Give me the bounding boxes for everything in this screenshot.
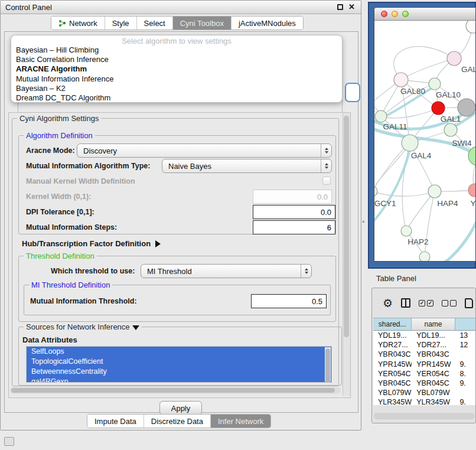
table-row[interactable]: YBR045CYBR045C9. (373, 379, 476, 388)
network-window-titlebar[interactable] (374, 8, 475, 21)
network-view-frame: GALGAL80GAL10GAL1GAL11SWI4GAL4GCY1HAP4YH… (368, 2, 476, 269)
network-node[interactable] (419, 252, 430, 262)
mi-type-combo[interactable]: Naive Bayes (162, 159, 332, 173)
tab-impute-data[interactable]: Impute Data (87, 415, 144, 428)
tab-network[interactable]: Network (51, 17, 105, 30)
network-node-gal80[interactable] (394, 73, 408, 87)
control-panel-content: gal-filtered sif default node Cyni Algor… (4, 31, 358, 413)
list-scrollbar[interactable] (325, 347, 331, 381)
horizontal-scrollbar[interactable] (10, 387, 341, 394)
close-icon[interactable]: ✕ (348, 2, 355, 11)
algo-option-aracne-algorithm[interactable]: ARACNE Algorithm (11, 64, 342, 74)
panel-grip-icon[interactable] (4, 437, 14, 446)
table-cell: YPR145W (373, 360, 412, 369)
network-node-label: GAL80 (400, 87, 425, 96)
apply-button[interactable]: Apply (159, 401, 202, 415)
network-node-y[interactable] (468, 184, 475, 197)
table-cell: YBR043C (373, 350, 412, 359)
column-header-name[interactable]: name (412, 318, 455, 330)
which-threshold-label: Which threshold to use: (51, 267, 135, 275)
dpi-tolerance-field[interactable] (253, 205, 335, 219)
tab-select[interactable]: Select (136, 17, 172, 30)
network-window[interactable]: GALGAL80GAL10GAL1GAL11SWI4GAL4GCY1HAP4YH… (374, 7, 476, 262)
data-attribute-item[interactable]: gal4RGexp (27, 377, 331, 383)
apply-button-label: Apply (171, 404, 191, 413)
table-cell: YDL19... (412, 331, 455, 340)
column-header-shared-[interactable]: shared... (373, 318, 412, 330)
hub-definition-toggle[interactable]: Hub/Transcription Factor Definition (22, 239, 161, 248)
table-horizontal-scrollbar[interactable] (374, 413, 475, 419)
network-canvas[interactable]: GALGAL80GAL10GAL1GAL11SWI4GAL4GCY1HAP4YH… (374, 21, 475, 262)
network-node-gal10[interactable] (429, 78, 441, 90)
network-node[interactable] (466, 21, 475, 33)
focused-combo-fragment[interactable] (345, 83, 360, 102)
algo-option-mutual-information-inference[interactable]: Mutual Information Inference (11, 74, 342, 84)
control-panel-titlebar: Control Panel ✕ (1, 1, 361, 14)
network-node-gcy1[interactable] (374, 186, 377, 197)
network-node-hap4[interactable] (428, 185, 441, 198)
tab-style[interactable]: Style (105, 17, 136, 30)
list-scrollbar-thumb[interactable] (325, 348, 330, 383)
select-all-columns-icon[interactable]: ✓✓ (419, 300, 433, 306)
network-node-swi4[interactable] (444, 123, 457, 136)
network-node-gal1[interactable] (432, 102, 445, 115)
algo-option-basic-correlation-inference[interactable]: Basic Correlation Inference (11, 55, 342, 64)
aracne-mode-combo[interactable]: Discovery (77, 144, 332, 158)
table-cell: 9. (455, 379, 476, 388)
mi-threshold-label: Mutual Information Threshold: (30, 297, 137, 305)
tab-jactivemnodules[interactable]: jActiveMNodules (231, 17, 303, 30)
stepper-icon (321, 144, 331, 157)
stepper-icon (301, 265, 311, 278)
table-row[interactable]: YPR145WYPR145W9. (373, 360, 476, 369)
tab-cyni-toolbox[interactable]: Cyni Toolbox (172, 17, 231, 30)
tab-infer-network[interactable]: Infer Network (210, 415, 270, 428)
table-cell: YBR045C (412, 379, 455, 388)
algo-option-dream8-dc-tdc-algorithm[interactable]: Dream8 DC_TDC Algorithm (11, 93, 342, 103)
which-threshold-combo[interactable]: MI Threshold (141, 264, 312, 278)
gear-icon[interactable]: ⚙ (383, 298, 393, 309)
mi-threshold-field[interactable] (251, 294, 327, 308)
network-icon (58, 19, 66, 27)
tab-label: Style (112, 19, 129, 28)
mi-steps-field-wrap (253, 220, 335, 234)
tab-discretize-data[interactable]: Discretize Data (144, 415, 210, 428)
vertical-scrollbar[interactable] (343, 113, 350, 396)
float-window-icon[interactable] (337, 4, 343, 10)
mi-threshold-field-wrap (251, 294, 327, 308)
horizontal-scrollbar-thumb[interactable] (11, 388, 335, 393)
algo-option-bayesian-hill-climbing[interactable]: Bayesian – Hill Climbing (11, 45, 342, 55)
data-attribute-item[interactable]: TopologicalCoefficient (27, 357, 331, 367)
export-table-icon[interactable] (465, 298, 473, 308)
kernel-width-label: Kernel Width (0,1): (26, 193, 91, 201)
data-attributes-list[interactable]: SelfLoopsTopologicalCoefficientBetweenne… (26, 346, 332, 383)
network-node-hap2[interactable] (401, 226, 412, 236)
table-row[interactable]: YER054CYER054C8. (373, 369, 476, 379)
vertical-scrollbar-thumb[interactable] (344, 116, 349, 337)
minimize-traffic-light[interactable] (392, 11, 398, 17)
network-node-gal4[interactable] (402, 135, 418, 151)
mi-steps-field[interactable] (253, 220, 335, 234)
network-node-gal[interactable] (447, 51, 461, 66)
table-row[interactable]: YLR345WYLR345W9. (373, 397, 476, 405)
column-split-icon[interactable] (401, 298, 410, 308)
data-attribute-item[interactable]: BetweennessCentrality (27, 367, 331, 377)
table-row[interactable]: YBL079WYBL079W (373, 388, 476, 397)
network-node-gal11[interactable] (375, 110, 387, 122)
kernel-width-field[interactable] (253, 190, 332, 204)
deselect-all-columns-icon[interactable] (442, 300, 457, 306)
zoom-traffic-light[interactable] (402, 11, 409, 17)
mi-steps-label: Mutual Information Steps: (26, 223, 117, 231)
algo-option-bayesian-k2[interactable]: Bayesian – K2 (11, 84, 342, 93)
manual-kernel-checkbox[interactable] (322, 177, 331, 185)
table-header-row: shared...name (373, 318, 476, 331)
table-row[interactable]: YBR043CYBR043C (373, 350, 476, 359)
table-cell: YLR345W (412, 397, 455, 405)
column-header-2[interactable] (455, 318, 476, 330)
table-row[interactable]: YDR27...YDR27...12 (373, 340, 476, 350)
network-node[interactable] (458, 99, 475, 116)
splitter-caret-icon[interactable]: ▴ (362, 218, 365, 224)
close-traffic-light[interactable] (381, 11, 387, 17)
algorithm-options: Bayesian – Hill ClimbingBasic Correlatio… (11, 45, 342, 103)
table-row[interactable]: YDL19...YDL19...13 (373, 331, 476, 340)
data-attribute-item[interactable]: SelfLoops (27, 347, 331, 357)
